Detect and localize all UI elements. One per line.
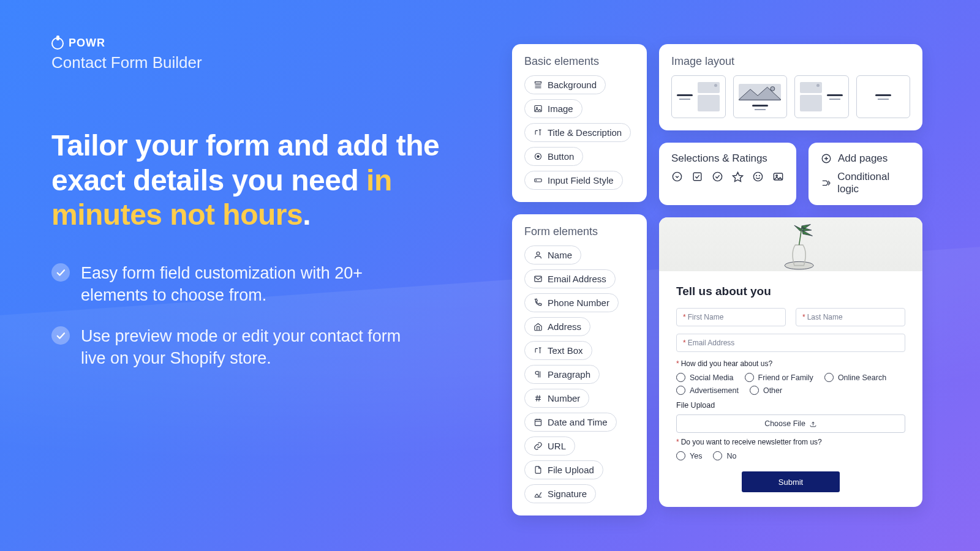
element-pill-input-style[interactable]: Input Field Style xyxy=(524,171,623,190)
last-name-field[interactable]: *Last Name xyxy=(796,308,905,326)
layout-option-2[interactable] xyxy=(733,75,788,118)
smile-icon xyxy=(752,171,764,182)
svg-point-12 xyxy=(713,172,722,181)
radio-option[interactable]: Yes xyxy=(676,451,702,460)
svg-point-3 xyxy=(537,156,540,158)
svg-marker-13 xyxy=(733,172,743,181)
check-icon xyxy=(51,326,70,345)
powr-logo-icon xyxy=(51,37,64,50)
basic-elements-card: Basic elements Background Image Title & … xyxy=(512,44,647,202)
add-pages-row[interactable]: Add pages xyxy=(821,152,910,165)
layout-option-4[interactable] xyxy=(856,75,911,118)
card-title: Image layout xyxy=(671,55,910,68)
element-pill-button[interactable]: Button xyxy=(524,147,583,166)
bullet-item: Use preview mode or edit your contact fo… xyxy=(51,325,443,370)
card-title: Basic elements xyxy=(524,55,635,68)
radio-option[interactable]: Online Search xyxy=(824,373,886,382)
hero-heading: Tailor your form and add the exact detai… xyxy=(51,129,443,233)
first-name-field[interactable]: *First Name xyxy=(676,308,786,326)
svg-point-14 xyxy=(753,172,762,181)
layout-option-1[interactable] xyxy=(671,75,726,118)
product-name: Contact Form Builder xyxy=(51,53,202,72)
brand-header: POWR Contact Form Builder xyxy=(51,37,202,72)
element-pill-paragraph[interactable]: Paragraph xyxy=(524,365,600,384)
email-field[interactable]: *Email Address xyxy=(676,334,905,352)
conditional-logic-row[interactable]: Conditional logic xyxy=(821,171,910,195)
radio-option[interactable]: Advertisement xyxy=(676,386,739,395)
advanced-card: Add pages Conditional logic xyxy=(809,143,922,205)
svg-point-16 xyxy=(759,176,760,176)
card-title: Selections & Ratings xyxy=(671,152,784,165)
form-elements-card: Form elements Name Email Address Phone N… xyxy=(512,214,647,515)
form-hero-image xyxy=(659,217,922,271)
element-pill-date[interactable]: Date and Time xyxy=(524,413,617,432)
question-label: *How did you hear about us? xyxy=(676,359,905,368)
element-pill-background[interactable]: Background xyxy=(524,75,606,94)
selections-ratings-card: Selections & Ratings xyxy=(659,143,796,205)
element-pill-address[interactable]: Address xyxy=(524,317,590,336)
svg-point-10 xyxy=(673,172,681,181)
choose-file-button[interactable]: Choose File xyxy=(676,414,905,433)
svg-rect-4 xyxy=(535,179,541,182)
file-upload-label: File Upload xyxy=(676,401,905,410)
element-pill-url[interactable]: URL xyxy=(524,437,575,455)
check-circle-icon xyxy=(712,171,723,182)
form-title: Tell us about you xyxy=(676,285,905,298)
element-pill-title[interactable]: Title & Description xyxy=(524,123,631,142)
submit-button[interactable]: Submit xyxy=(742,471,840,492)
element-pill-name[interactable]: Name xyxy=(524,246,581,264)
form-preview-card: Tell us about you *First Name *Last Name… xyxy=(659,217,922,507)
image-icon xyxy=(772,171,784,182)
svg-point-9 xyxy=(771,86,775,91)
svg-rect-7 xyxy=(535,419,541,425)
bullet-item: Easy form field customization with 20+ e… xyxy=(51,262,443,307)
svg-point-5 xyxy=(537,252,540,255)
element-pill-email[interactable]: Email Address xyxy=(524,269,616,288)
element-pill-textbox[interactable]: Text Box xyxy=(524,341,592,360)
svg-point-15 xyxy=(756,176,757,176)
dropdown-circle-icon xyxy=(671,171,683,182)
radio-option[interactable]: Other xyxy=(750,386,782,395)
svg-point-1 xyxy=(537,107,538,108)
element-pill-phone[interactable]: Phone Number xyxy=(524,293,619,312)
svg-rect-6 xyxy=(535,276,541,282)
question-label: *Do you want to receive newsletter from … xyxy=(676,438,905,446)
card-title: Form elements xyxy=(524,225,635,238)
plus-circle-icon xyxy=(821,153,832,164)
checkbox-icon xyxy=(692,171,703,182)
svg-rect-11 xyxy=(693,173,701,181)
brand-name: POWR xyxy=(69,37,105,50)
layout-option-3[interactable] xyxy=(794,75,849,118)
check-icon xyxy=(51,263,70,282)
element-pill-file[interactable]: File Upload xyxy=(524,460,603,479)
radio-option[interactable]: Friend or Family xyxy=(745,373,813,382)
image-layout-card: Image layout xyxy=(659,44,922,130)
element-pill-signature[interactable]: Signature xyxy=(524,484,596,503)
star-icon xyxy=(732,171,744,182)
svg-rect-0 xyxy=(535,106,541,112)
svg-point-18 xyxy=(776,175,777,176)
radio-option[interactable]: Social Media xyxy=(676,373,734,382)
element-pill-number[interactable]: Number xyxy=(524,389,589,408)
logic-icon xyxy=(821,178,831,189)
radio-option[interactable]: No xyxy=(713,451,736,460)
element-pill-image[interactable]: Image xyxy=(524,99,582,118)
